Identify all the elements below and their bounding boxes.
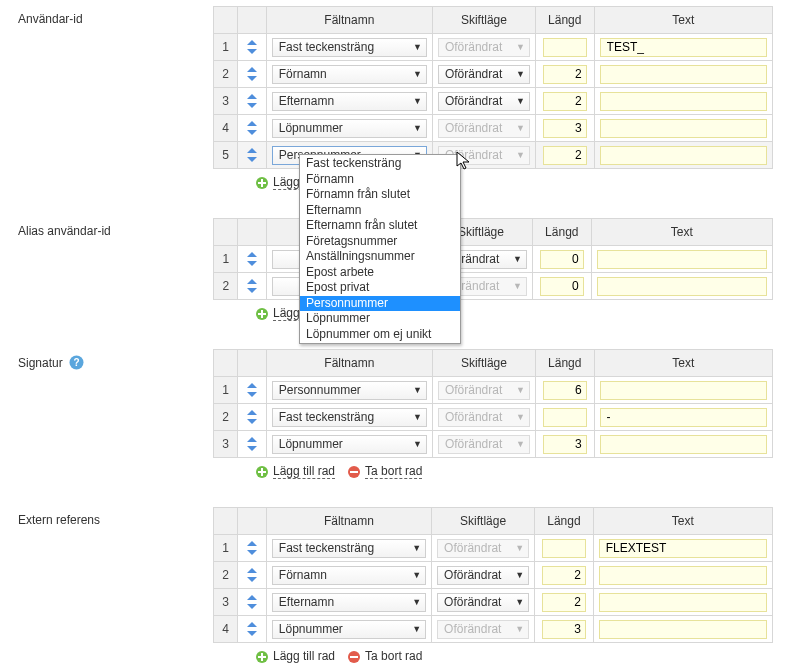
chevron-down-icon: ▼	[515, 571, 524, 580]
text-input[interactable]	[600, 381, 767, 400]
field-select[interactable]: Löpnummer▼	[272, 620, 426, 639]
plus-icon	[255, 465, 269, 479]
text-input[interactable]	[599, 593, 767, 612]
field-select[interactable]: Personnummer▼	[272, 381, 427, 400]
drag-handle[interactable]	[238, 115, 266, 142]
length-input[interactable]	[542, 566, 586, 585]
col-text: Text	[594, 350, 772, 377]
col-langd: Längd	[532, 219, 591, 246]
text-input[interactable]	[600, 408, 767, 427]
length-input[interactable]	[543, 408, 587, 427]
length-input[interactable]	[540, 250, 584, 269]
length-input[interactable]	[542, 620, 586, 639]
case-select[interactable]: Oförändrat▼	[438, 65, 530, 84]
drag-handle[interactable]	[238, 616, 266, 643]
length-input[interactable]	[540, 277, 584, 296]
length-input[interactable]	[542, 593, 586, 612]
chevron-down-icon: ▼	[516, 43, 525, 52]
drag-handle[interactable]	[238, 377, 266, 404]
drag-handle[interactable]	[238, 61, 266, 88]
chevron-down-icon: ▼	[412, 571, 421, 580]
length-input[interactable]	[543, 381, 587, 400]
drag-handle[interactable]	[238, 431, 266, 458]
text-input[interactable]	[600, 38, 767, 57]
length-input[interactable]	[542, 539, 586, 558]
dropdown-option[interactable]: Efternamn från slutet	[300, 218, 460, 234]
dropdown-option[interactable]: Förnamn från slutet	[300, 187, 460, 203]
field-select[interactable]: Fast teckensträng▼	[272, 38, 427, 57]
field-select[interactable]: Löpnummer▼	[272, 435, 427, 454]
dropdown-option[interactable]: Anställningsnummer	[300, 249, 460, 265]
length-input[interactable]	[543, 38, 587, 57]
dropdown-option[interactable]: Företagsnummer	[300, 234, 460, 250]
case-select[interactable]: Oförändrat▼	[438, 92, 530, 111]
text-input[interactable]	[597, 250, 767, 269]
chevron-down-icon: ▼	[413, 413, 422, 422]
length-input[interactable]	[543, 119, 587, 138]
length-input[interactable]	[543, 146, 587, 165]
svg-marker-7	[247, 130, 257, 135]
chevron-down-icon: ▼	[413, 440, 422, 449]
case-select[interactable]: Oförändrat▼	[437, 566, 529, 585]
section-label: Alias användar-id	[18, 218, 213, 238]
table-row: 3Efternamn▼Oförändrat▼	[214, 589, 773, 616]
length-input[interactable]	[543, 92, 587, 111]
field-select[interactable]: Löpnummer▼	[272, 119, 427, 138]
text-input[interactable]	[600, 119, 767, 138]
minus-icon	[347, 465, 361, 479]
remove-row-link[interactable]: Ta bort rad	[347, 649, 422, 663]
field-select[interactable]: Förnamn▼	[272, 65, 427, 84]
remove-row-link[interactable]: Ta bort rad	[347, 464, 422, 479]
case-select[interactable]: Oförändrat▼	[437, 593, 529, 612]
text-input[interactable]	[599, 620, 767, 639]
chevron-down-icon: ▼	[413, 386, 422, 395]
text-input[interactable]	[599, 566, 767, 585]
drag-handle[interactable]	[238, 88, 266, 115]
drag-handle[interactable]	[238, 273, 267, 300]
text-input[interactable]	[600, 435, 767, 454]
svg-marker-17	[247, 261, 257, 266]
drag-handle[interactable]	[238, 404, 266, 431]
dropdown-option[interactable]: Epost privat	[300, 280, 460, 296]
dropdown-option[interactable]: Epost arbete	[300, 265, 460, 281]
text-input[interactable]	[599, 539, 767, 558]
length-input[interactable]	[543, 65, 587, 84]
drag-handle[interactable]	[238, 142, 266, 169]
dropdown-option[interactable]: Efternamn	[300, 203, 460, 219]
drag-handle[interactable]	[238, 246, 267, 273]
select-value: Oförändrat	[444, 622, 501, 636]
drag-handle[interactable]	[238, 562, 266, 589]
help-icon[interactable]: ?	[69, 355, 84, 370]
drag-handle[interactable]	[238, 34, 266, 61]
svg-rect-48	[258, 656, 266, 658]
field-select[interactable]: Efternamn▼	[272, 593, 426, 612]
svg-marker-28	[247, 392, 257, 397]
text-input[interactable]	[600, 146, 767, 165]
row-number: 2	[214, 273, 238, 300]
svg-marker-0	[247, 40, 257, 45]
text-input[interactable]	[597, 277, 767, 296]
dropdown-option[interactable]: Personnummer	[300, 296, 460, 312]
field-select[interactable]: Fast teckensträng▼	[272, 539, 426, 558]
field-dropdown[interactable]: Fast teckensträngFörnamnFörnamn från slu…	[299, 154, 461, 344]
text-input[interactable]	[600, 92, 767, 111]
text-input[interactable]	[600, 65, 767, 84]
table-row: 3Efternamn▼Oförändrat▼	[214, 88, 773, 115]
field-select[interactable]: Efternamn▼	[272, 92, 427, 111]
dropdown-option[interactable]: Fast teckensträng	[300, 156, 460, 172]
length-input[interactable]	[543, 435, 587, 454]
dropdown-option[interactable]: Förnamn	[300, 172, 460, 188]
select-value: Oförändrat	[445, 40, 502, 54]
dropdown-option[interactable]: Löpnummer	[300, 311, 460, 327]
select-value: Fast teckensträng	[279, 541, 374, 555]
field-select[interactable]: Förnamn▼	[272, 566, 426, 585]
add-row-link[interactable]: Lägg till rad	[255, 464, 335, 479]
field-select[interactable]: Fast teckensträng▼	[272, 408, 427, 427]
svg-marker-6	[247, 121, 257, 126]
svg-marker-9	[247, 157, 257, 162]
select-value: Oförändrat	[444, 541, 501, 555]
dropdown-option[interactable]: Löpnummer om ej unikt	[300, 327, 460, 343]
add-row-link[interactable]: Lägg till rad	[255, 649, 335, 663]
drag-handle[interactable]	[238, 535, 266, 562]
drag-handle[interactable]	[238, 589, 266, 616]
